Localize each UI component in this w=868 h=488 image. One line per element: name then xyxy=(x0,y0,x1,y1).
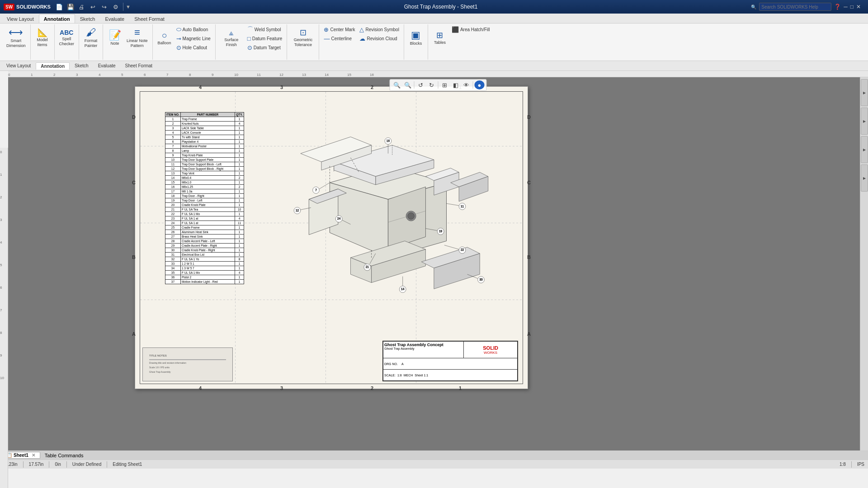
bom-row-18: 18Trap Door - Right1 xyxy=(165,194,244,198)
rotate-cw-btn[interactable]: ↻ xyxy=(427,80,437,89)
view-btn[interactable]: 👁 xyxy=(462,80,472,89)
title-sheet-label: MECH xyxy=(404,374,413,377)
smart-dimension-btn[interactable]: ⟷ SmartDimension xyxy=(5,25,28,51)
row-label-d-right: D xyxy=(527,114,531,120)
tab-view-layout[interactable]: View Layout xyxy=(2,14,39,23)
balloon-buttons: ○ Balloon ⬭ Auto Balloon ⊸ Magnetic Line… xyxy=(156,25,212,59)
title-block: Ghost Trap Assembly Concept Ghost Trap A… xyxy=(382,341,518,381)
bom-cell-31-2: 1 xyxy=(235,253,244,257)
vl-tab-view-layout[interactable]: View Layout xyxy=(2,62,35,69)
table-commands-text: Table Commands xyxy=(45,453,84,458)
geometric-tolerance-label: Geometric Tolerance xyxy=(292,38,314,47)
bom-cell-13-1: Trap Vent xyxy=(180,171,235,176)
target-btn[interactable]: ● xyxy=(475,80,485,89)
split-btn[interactable]: ◧ xyxy=(451,80,461,89)
rp-btn-3[interactable]: ▶ xyxy=(861,136,868,163)
format-painter-btn[interactable]: 🖌 FormatPainter xyxy=(82,25,100,51)
revision-symbol-btn[interactable]: △ Revision Symbol xyxy=(358,25,401,33)
bom-row-12: 12Trap Door Support Block - Right1 xyxy=(165,167,244,171)
bom-row-7: 7Motivational Poster1 xyxy=(165,144,244,149)
save-btn[interactable]: 💾 xyxy=(66,2,75,12)
bom-cell-30-0: 30 xyxy=(165,248,181,253)
rp-btn-2[interactable]: ▶ xyxy=(861,108,868,135)
search-input[interactable] xyxy=(759,3,831,11)
group-center-revision: ⊕ Center Mark ― Centerline △ Revision Sy… xyxy=(319,24,404,60)
redo-btn[interactable]: ↪ xyxy=(99,2,109,12)
bom-row-26: 26Aluminum Heat Sink1 xyxy=(165,230,244,235)
undo-btn[interactable]: ↩ xyxy=(88,2,98,12)
spell-checker-buttons: ABC SpellChecker xyxy=(57,25,76,59)
vl-tab-evaluate[interactable]: Evaluate xyxy=(94,62,120,69)
note-btn[interactable]: 📝 Note xyxy=(106,25,124,51)
weld-symbol-btn[interactable]: ⌒ Weld Symbol xyxy=(245,25,284,33)
tab-annotation[interactable]: Annotation xyxy=(39,14,75,23)
restore-btn[interactable]: □ xyxy=(850,4,854,10)
centerline-btn[interactable]: ― Centerline xyxy=(322,34,357,42)
bom-cell-21-1: F UL SA Tea xyxy=(180,207,235,212)
vl-tab-annotation[interactable]: Annotation xyxy=(36,62,70,70)
minimize-btn[interactable]: ─ xyxy=(844,4,848,10)
auto-balloon-btn[interactable]: ⬭ Auto Balloon xyxy=(175,25,212,33)
tab-sheet-format[interactable]: Sheet Format xyxy=(129,14,170,23)
datum-feature-label: Datum Feature xyxy=(252,36,283,41)
model-items-btn[interactable]: 📐 ModelItems xyxy=(33,25,52,51)
blocks-btn[interactable]: ▣ Blocks xyxy=(407,25,425,51)
sheet-tab-close[interactable]: ✕ xyxy=(32,453,35,458)
settings-btn[interactable]: ⚙ xyxy=(111,2,121,12)
vl-tab-sheet-format[interactable]: Sheet Format xyxy=(121,62,157,69)
bom-cell-4-2: 1 xyxy=(235,131,244,135)
center-mark-btn[interactable]: ⊕ Center Mark xyxy=(322,25,357,33)
bom-cell-30-1: Cradle Knob Plate - Right xyxy=(180,248,235,253)
zoom-in-btn[interactable]: 🔍 xyxy=(392,80,402,89)
bom-cell-23-0: 23 xyxy=(165,216,181,221)
linear-note-pattern-btn[interactable]: ≡ Linear NotePattern xyxy=(125,25,150,51)
geometric-tolerance-btn[interactable]: ⊡ Geometric Tolerance xyxy=(290,25,316,51)
close-btn[interactable]: ✕ xyxy=(856,4,861,10)
bom-cell-37-1: Motion Indicator Light - Red xyxy=(180,280,235,284)
balloon-icon: ○ xyxy=(162,31,167,40)
canvas-area[interactable]: 🔍 🔍 ↺ ↻ ⊞ ◧ 👁 ● D C B A D C B xyxy=(8,77,868,450)
rotate-ccw-btn[interactable]: ↺ xyxy=(416,80,426,89)
rp-btn-1[interactable]: ▶ xyxy=(861,79,868,106)
bom-cell-10-1: Trap Door Support Plate xyxy=(180,158,235,162)
surface-finish-btn[interactable]: ⟁ Surface Finish xyxy=(218,25,245,51)
zoom-out-btn[interactable]: 🔍 xyxy=(403,80,413,89)
balloon-btn[interactable]: ○ Balloon xyxy=(156,25,174,51)
grid-btn[interactable]: ⊞ xyxy=(440,80,450,89)
bom-cell-10-2: 1 xyxy=(235,158,244,162)
rp-btn-4[interactable]: ▶ xyxy=(861,164,868,192)
tab-sketch[interactable]: Sketch xyxy=(75,14,100,23)
new-btn[interactable]: 📄 xyxy=(54,2,64,12)
svg-point-19 xyxy=(408,213,415,220)
vl-tab-sketch[interactable]: Sketch xyxy=(70,62,93,69)
datum-feature-btn[interactable]: □ Datum Feature xyxy=(245,34,284,42)
revision-cloud-btn[interactable]: ☁ Revision Cloud xyxy=(358,34,401,42)
ribbon-tab-bar: View Layout Annotation Sketch Evaluate S… xyxy=(0,14,868,23)
bom-row-25: 25Cradle Frame1 xyxy=(165,225,244,230)
area-hatch-btn[interactable]: ⬛ Area Hatch/Fill xyxy=(450,25,492,33)
spell-checker-btn[interactable]: ABC SpellChecker xyxy=(57,25,76,51)
datum-target-label: Datum Target xyxy=(254,45,281,50)
datum-target-btn[interactable]: ⊙ Datum Target xyxy=(245,43,284,52)
print-btn[interactable]: 🖨 xyxy=(77,2,87,12)
help-btn[interactable]: ❓ xyxy=(834,4,841,10)
magnetic-line-btn[interactable]: ⊸ Magnetic Line xyxy=(175,34,212,42)
model-items-icon: 📐 xyxy=(38,28,47,37)
hole-callout-btn[interactable]: ⊙ Hole Callout xyxy=(175,43,212,52)
status-sep-4 xyxy=(107,461,107,468)
svg-rect-49 xyxy=(149,359,226,360)
bom-row-3: 3LACK Side Table1 xyxy=(165,126,244,131)
smart-dimension-buttons: ⟷ SmartDimension xyxy=(5,25,28,59)
status-coords-z: 0in xyxy=(55,462,61,467)
customize-btn[interactable]: ▼ xyxy=(126,4,131,9)
sheet-tab-bar: 📋 Sheet1 ✕ Table Commands xyxy=(0,450,868,460)
tables-btn[interactable]: ⊞ Tables xyxy=(431,25,449,51)
bom-row-6: 6Playstation 41 xyxy=(165,140,244,144)
ruler-vertical: 0 1 2 3 4 5 6 7 8 9 10 xyxy=(0,148,8,488)
bom-row-31: 31Electrical Box Lid1 xyxy=(165,253,244,257)
table-commands-label: Table Commands xyxy=(41,453,866,458)
status-units: IPS xyxy=(857,462,864,467)
bom-cell-1-0: 1 xyxy=(165,117,181,122)
auto-balloon-label: Auto Balloon xyxy=(183,27,208,32)
tab-evaluate[interactable]: Evaluate xyxy=(100,14,129,23)
